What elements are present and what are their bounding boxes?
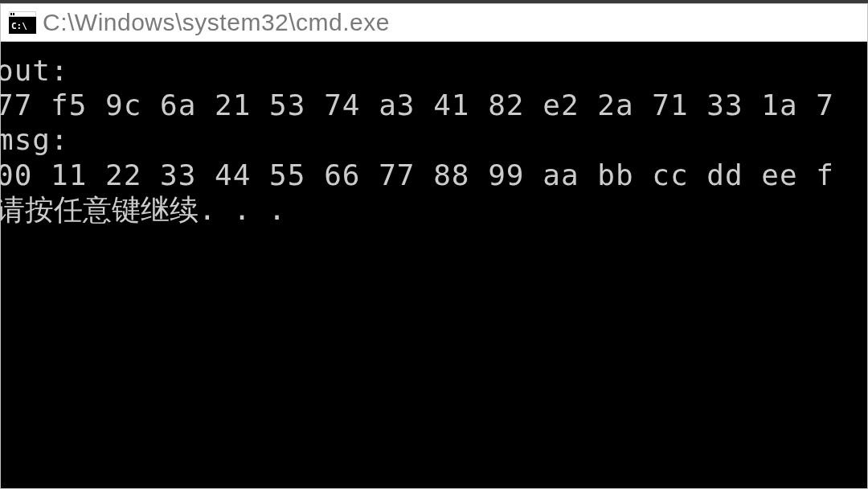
svg-rect-3 xyxy=(10,13,12,15)
console-output[interactable]: out: 77 f5 9c 6a 21 53 74 a3 41 82 e2 2a… xyxy=(0,42,868,489)
output-label: out: xyxy=(0,53,867,88)
cmd-window: C:\ C:\Windows\system32\cmd.exe out: 77 … xyxy=(0,0,868,489)
cmd-icon: C:\ xyxy=(9,11,36,34)
press-any-key-prompt: 请按任意键继续. . . xyxy=(0,192,867,227)
titlebar[interactable]: C:\ C:\Windows\system32\cmd.exe xyxy=(0,3,868,42)
svg-rect-4 xyxy=(13,13,14,15)
output-hex-line: 77 f5 9c 6a 21 53 74 a3 41 82 e2 2a 71 3… xyxy=(0,88,867,122)
msg-label: msg: xyxy=(0,122,867,157)
svg-text:C:\: C:\ xyxy=(11,21,27,31)
msg-hex-line: 00 11 22 33 44 55 66 77 88 99 aa bb cc d… xyxy=(0,158,867,192)
window-title: C:\Windows\system32\cmd.exe xyxy=(43,9,390,36)
